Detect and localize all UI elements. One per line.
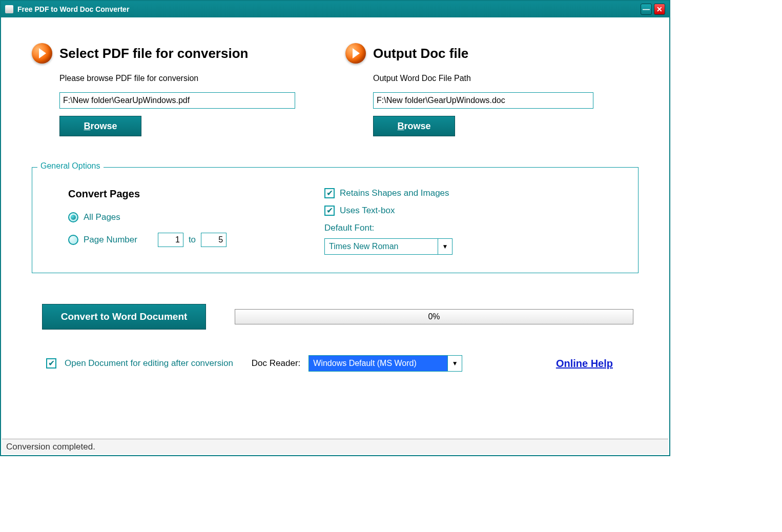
- input-browse-button[interactable]: Browse: [59, 116, 141, 136]
- page-number-label: Page Number: [84, 235, 137, 245]
- default-font-label: Default Font:: [324, 223, 618, 233]
- chevron-down-icon[interactable]: [447, 356, 462, 371]
- titlebar: Free PDF to Word Doc Converter — ✕: [1, 1, 669, 17]
- output-path-field[interactable]: F:\New folder\GearUpWindows.doc: [373, 92, 593, 109]
- chevron-down-icon[interactable]: [438, 239, 452, 254]
- play-icon: [345, 43, 366, 64]
- doc-reader-combo[interactable]: Windows Default (MS Word): [308, 355, 462, 372]
- page-to-input[interactable]: 5: [201, 233, 227, 247]
- status-bar: Conversion completed.: [2, 439, 668, 454]
- input-label: Please browse PDF file for conversion: [59, 74, 325, 83]
- uses-textbox-label: Uses Text-box: [340, 206, 395, 216]
- general-options-legend: General Options: [37, 161, 104, 171]
- online-help-link[interactable]: Online Help: [556, 358, 613, 370]
- output-section: Output Doc file Output Word Doc File Pat…: [345, 43, 639, 136]
- app-window: Free PDF to Word Doc Converter — ✕ Selec…: [0, 0, 670, 456]
- convert-pages-label: Convert Pages: [68, 188, 283, 200]
- app-title: Free PDF to Word Doc Converter: [17, 5, 129, 13]
- output-label: Output Word Doc File Path: [373, 74, 639, 83]
- input-heading: Select PDF file for conversion: [59, 46, 248, 62]
- doc-reader-label: Doc Reader:: [252, 358, 300, 369]
- open-after-label: Open Document for editing after conversi…: [65, 358, 233, 369]
- page-number-radio[interactable]: [68, 235, 78, 245]
- status-text: Conversion completed.: [6, 442, 95, 452]
- page-from-input[interactable]: 1: [158, 233, 183, 247]
- default-font-value: Times New Roman: [325, 239, 438, 254]
- general-options-group: General Options Convert Pages All Pages …: [32, 167, 639, 273]
- progress-bar: 0%: [235, 309, 633, 324]
- open-after-checkbox[interactable]: [46, 358, 56, 369]
- app-icon: [5, 5, 13, 13]
- retains-shapes-checkbox[interactable]: [324, 188, 335, 198]
- close-button[interactable]: ✕: [654, 4, 665, 15]
- input-section: Select PDF file for conversion Please br…: [32, 43, 325, 136]
- minimize-button[interactable]: —: [641, 4, 652, 15]
- page-to-label: to: [189, 235, 196, 245]
- input-path-field[interactable]: F:\New folder\GearUpWindows.pdf: [59, 92, 295, 109]
- retains-shapes-label: Retains Shapes and Images: [340, 188, 449, 198]
- uses-textbox-checkbox[interactable]: [324, 206, 335, 216]
- default-font-combo[interactable]: Times New Roman: [324, 238, 452, 255]
- convert-button[interactable]: Convert to Word Document: [42, 304, 206, 330]
- all-pages-label: All Pages: [84, 212, 120, 222]
- all-pages-radio[interactable]: [68, 212, 78, 222]
- output-browse-rest: rowse: [404, 121, 430, 132]
- output-browse-button[interactable]: Browse: [373, 116, 455, 136]
- doc-reader-value: Windows Default (MS Word): [309, 356, 447, 371]
- output-heading: Output Doc file: [373, 46, 468, 62]
- input-browse-rest: rowse: [90, 121, 117, 132]
- play-icon: [32, 43, 52, 64]
